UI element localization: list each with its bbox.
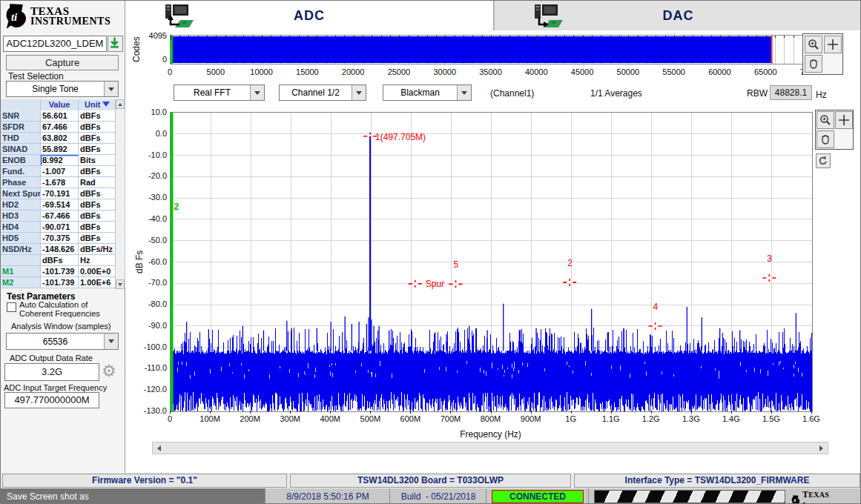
table-row: M1-101.7390.00E+0 <box>1 266 125 277</box>
fft-x-tick <box>290 411 291 414</box>
scroll-down-icon[interactable] <box>116 279 125 289</box>
filter-icon[interactable] <box>102 102 110 107</box>
row-value: 67.466 <box>41 122 79 133</box>
codes-chart[interactable] <box>170 35 813 64</box>
fft-x-tick <box>651 411 652 414</box>
scroll-left-icon[interactable] <box>153 442 165 454</box>
row-name: SFDR <box>1 122 41 133</box>
row-value: -69.514 <box>41 199 79 210</box>
brand-line2: INSTRUMENTS <box>30 16 110 27</box>
download-arrow-icon <box>108 36 121 50</box>
fft-x-tick-label: 700M <box>430 414 470 423</box>
fft-x-tick-label: 300M <box>270 414 310 423</box>
auto-calc-label-line1: Auto Calculation of <box>19 300 100 309</box>
table-row: SINAD55.892dBFs <box>1 144 125 155</box>
codes-x-tick-label: 20000 <box>331 67 375 76</box>
analysis-window-combo[interactable]: 65536 <box>6 333 119 350</box>
zoom-in-icon[interactable] <box>817 111 834 129</box>
capture-button[interactable]: Capture <box>6 55 119 70</box>
activity-stripes <box>594 490 785 503</box>
device-select[interactable]: ADC12DL3200_LDEM <box>3 36 107 52</box>
results-table-header: ValueUnit <box>1 99 125 110</box>
row-value: dBFs <box>41 255 79 266</box>
adc-output-rate-input[interactable]: 3.2G <box>4 363 99 381</box>
brand-line1: TEXAS <box>30 6 110 16</box>
svg-text:ti: ti <box>11 11 18 23</box>
table-row: SFDR67.466dBFs <box>1 122 125 133</box>
fft-h-scrollbar[interactable] <box>152 442 828 454</box>
row-name: Next Spur <box>1 188 41 199</box>
row-name: HD4 <box>1 222 41 233</box>
row-name: SINAD <box>1 144 41 155</box>
fft-x-tick-label: 1.4G <box>711 414 751 423</box>
firmware-status: Firmware Version = "0.1" <box>2 474 287 488</box>
fft-x-tick <box>691 411 692 414</box>
adc-input-freq-input[interactable]: 497.770000000M <box>4 392 99 408</box>
fft-x-tick <box>170 411 171 414</box>
gear-icon[interactable]: ⚙ <box>102 362 116 381</box>
tab-dac[interactable]: DAC <box>494 1 861 30</box>
dac-playback-icon <box>533 3 566 28</box>
pan-hand-icon[interactable] <box>805 55 822 73</box>
fft-y-tick-label: -120.0 <box>137 385 167 394</box>
fft-chart[interactable]: 21(497.705M)Spur5243 <box>170 112 813 412</box>
codes-x-tick-label: 35000 <box>469 67 513 76</box>
table-row: Next Spur-70.191dBFs <box>1 188 125 199</box>
row-name: M1 <box>1 266 41 277</box>
crosshair-cursor-icon[interactable] <box>835 111 853 129</box>
undo-zoom-icon[interactable] <box>816 153 831 168</box>
window-combo[interactable]: Blackman <box>383 84 472 101</box>
fft-y-tick-label: -10.0 <box>137 150 167 159</box>
results-table-scrollbar[interactable] <box>115 99 125 289</box>
svg-text:2: 2 <box>567 258 573 268</box>
header-value[interactable]: Value <box>41 99 79 111</box>
fft-x-tick <box>210 411 211 414</box>
fft-type-combo[interactable]: Real FFT <box>174 84 265 101</box>
fft-y-tick-label: -40.0 <box>137 214 167 223</box>
row-value: -101.739 <box>41 266 79 277</box>
row-name: SNR <box>1 110 41 122</box>
test-selection-combo[interactable]: Single Tone <box>6 81 119 97</box>
fft-y-tick-label: -50.0 <box>137 236 167 245</box>
fft-y-tick-label: -90.0 <box>137 321 167 330</box>
chevron-down-icon <box>250 85 264 100</box>
ti-bug-icon: ti <box>791 493 800 504</box>
table-row: Phase-1.678Rad <box>1 177 125 188</box>
load-device-button[interactable] <box>108 36 123 52</box>
pan-hand-icon[interactable] <box>817 130 834 148</box>
fft-y-tick-label: -80.0 <box>137 299 167 308</box>
svg-text:1(497.705M): 1(497.705M) <box>375 132 426 142</box>
fft-x-tick-label: 1.2G <box>631 414 671 423</box>
codes-y-tick-label: 4095 <box>139 31 167 40</box>
results-table: ValueUnit SNR56.601dBFsSFDR67.466dBFsTHD… <box>1 99 125 288</box>
save-screenshot-label[interactable]: Save Screen shot as <box>1 488 265 504</box>
codes-x-tick-label: 30000 <box>423 67 467 76</box>
zoom-in-icon[interactable] <box>805 36 822 53</box>
fft-x-tick <box>491 411 492 414</box>
auto-calc-checkbox[interactable] <box>7 302 16 312</box>
interface-status: Interface Type = TSW14DL3200_FIRMWARE <box>574 474 860 488</box>
chevron-down-icon <box>104 82 118 96</box>
tab-adc[interactable]: ADC <box>125 1 494 30</box>
rbw-value[interactable]: 48828.1 <box>770 85 812 100</box>
fft-x-tick-label: 800M <box>471 414 511 423</box>
table-row: HD5-70.375dBFs <box>1 233 125 244</box>
codes-x-tick-label: 40000 <box>514 67 558 76</box>
crosshair-cursor-icon[interactable] <box>824 36 842 53</box>
row-value: -1.678 <box>41 177 79 188</box>
scroll-up-icon[interactable] <box>116 99 125 109</box>
test-selection-value: Single Tone <box>7 84 104 94</box>
scroll-right-icon[interactable] <box>815 442 828 454</box>
analysis-window-label: Analysis Window (samples) <box>11 322 110 331</box>
codes-x-tick-label: 10000 <box>240 67 284 76</box>
svg-text:5: 5 <box>453 259 458 270</box>
row-value: -70.191 <box>41 188 79 199</box>
fft-x-tick <box>611 411 612 414</box>
fft-x-tick <box>250 411 251 414</box>
fft-x-tick <box>531 411 532 414</box>
fft-y-tick-label: 10.0 <box>137 107 167 116</box>
table-row: NSD/Hz-148.626dBFs/Hz <box>1 244 125 255</box>
row-name: THD <box>1 133 41 144</box>
channel-combo[interactable]: Channel 1/2 <box>279 84 366 101</box>
tab-strip: ADC DAC <box>125 1 861 30</box>
